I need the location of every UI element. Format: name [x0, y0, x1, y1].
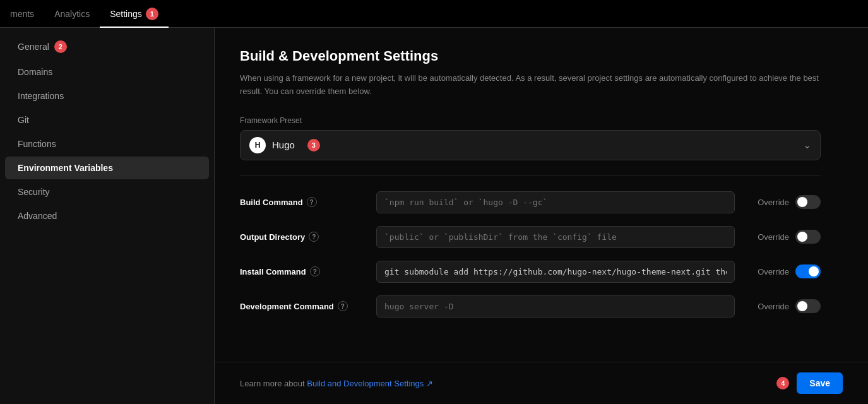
sidebar-item-git[interactable]: Git — [5, 109, 209, 131]
install-command-input-wrapper — [376, 261, 735, 283]
output-directory-input-wrapper — [376, 226, 735, 248]
main-layout: General 2 Domains Integrations Git Funct… — [0, 28, 868, 404]
build-command-input-wrapper — [376, 191, 735, 213]
footer-learn-more: Learn more about Build and Development S… — [240, 379, 433, 388]
framework-select-left: H Hugo 3 — [249, 137, 320, 153]
footer-link[interactable]: Build and Development Settings ↗ — [307, 379, 433, 388]
content-inner: Build & Development Settings When using … — [215, 28, 846, 362]
output-directory-override: Override — [745, 230, 821, 244]
development-command-input[interactable] — [376, 295, 735, 318]
framework-preset-select[interactable]: H Hugo 3 ⌄ — [240, 130, 821, 160]
development-command-row: Development Command ? Override — [240, 295, 821, 318]
development-command-toggle[interactable] — [795, 299, 821, 313]
development-command-label: Development Command ? — [240, 301, 366, 311]
build-command-input[interactable] — [376, 191, 735, 213]
nav-item-settings[interactable]: Settings 1 — [100, 0, 169, 28]
sidebar-item-advanced[interactable]: Advanced — [5, 205, 209, 227]
install-command-override: Override — [745, 264, 821, 278]
build-command-help-icon[interactable]: ? — [307, 197, 317, 207]
nav-item-deployments[interactable]: ments — [0, 0, 44, 28]
build-command-override: Override — [745, 195, 821, 209]
build-command-label: Build Command ? — [240, 197, 366, 207]
build-command-row: Build Command ? Override — [240, 191, 821, 213]
sidebar-item-integrations[interactable]: Integrations — [5, 85, 209, 107]
settings-nav-badge: 1 — [146, 8, 158, 20]
development-command-help-icon[interactable]: ? — [338, 301, 348, 311]
page-title: Build & Development Settings — [240, 48, 821, 64]
sidebar-item-domains[interactable]: Domains — [5, 61, 209, 83]
install-command-toggle-slider — [795, 264, 821, 278]
content-footer: Learn more about Build and Development S… — [215, 362, 868, 404]
content-area: Build & Development Settings When using … — [215, 28, 868, 404]
save-button[interactable]: Save — [797, 372, 843, 394]
general-sidebar-badge: 2 — [54, 40, 67, 53]
divider — [240, 175, 821, 176]
chevron-down-icon: ⌄ — [803, 139, 811, 151]
sidebar-item-general[interactable]: General 2 — [5, 34, 209, 59]
development-command-input-wrapper — [376, 295, 735, 318]
nav-item-analytics[interactable]: Analytics — [44, 0, 100, 28]
framework-select-badge: 3 — [307, 139, 320, 152]
output-directory-row: Output Directory ? Override — [240, 226, 821, 248]
output-directory-toggle-slider — [795, 230, 821, 244]
output-directory-label: Output Directory ? — [240, 232, 366, 242]
hugo-icon: H — [249, 137, 266, 153]
output-directory-input[interactable] — [376, 226, 735, 248]
build-command-toggle[interactable] — [795, 195, 821, 209]
output-directory-help-icon[interactable]: ? — [309, 232, 319, 242]
install-command-label: Install Command ? — [240, 266, 366, 276]
sidebar-item-environment-variables[interactable]: Environment Variables — [5, 157, 209, 179]
install-command-input[interactable] — [376, 261, 735, 283]
development-command-toggle-slider — [795, 299, 821, 313]
external-link-icon: ↗ — [426, 379, 433, 388]
build-command-toggle-slider — [795, 195, 821, 209]
sidebar-item-security[interactable]: Security — [5, 181, 209, 203]
install-command-help-icon[interactable]: ? — [310, 266, 320, 276]
save-badge: 4 — [776, 377, 789, 389]
page-description: When using a framework for a new project… — [240, 72, 821, 98]
sidebar-item-functions[interactable]: Functions — [5, 133, 209, 155]
install-command-row: Install Command ? Override — [240, 261, 821, 283]
development-command-override: Override — [745, 299, 821, 313]
top-nav: ments Analytics Settings 1 — [0, 0, 868, 28]
framework-preset-label: Framework Preset — [240, 116, 821, 125]
footer-actions: 4 Save — [771, 372, 843, 394]
install-command-toggle[interactable] — [795, 264, 821, 278]
output-directory-toggle[interactable] — [795, 230, 821, 244]
framework-name: Hugo — [272, 140, 295, 150]
sidebar: General 2 Domains Integrations Git Funct… — [0, 28, 215, 404]
